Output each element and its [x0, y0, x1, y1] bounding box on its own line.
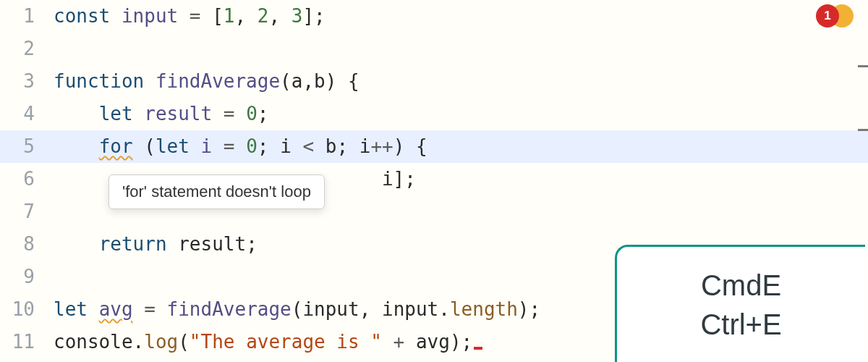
line-number: 1	[0, 0, 46, 33]
line-number: 10	[0, 293, 46, 326]
line-number: 9	[0, 261, 46, 293]
minimap-marker[interactable]	[858, 65, 868, 67]
line-number: 11	[0, 326, 46, 358]
code-content[interactable]: function findAverage(a,b) {	[46, 65, 868, 98]
code-content[interactable]: let result = 0;	[46, 98, 868, 130]
problems-indicator[interactable]: 1	[816, 4, 854, 28]
line-number: 5	[0, 130, 46, 163]
line-number: 6	[0, 163, 46, 195]
code-line[interactable]: 1 const input = [1, 2, 3];	[0, 0, 868, 33]
line-number: 2	[0, 33, 46, 65]
error-badge[interactable]: 1	[816, 4, 839, 28]
minimap-marker[interactable]	[858, 129, 868, 131]
line-number: 7	[0, 195, 46, 228]
code-line[interactable]: 3 function findAverage(a,b) {	[0, 65, 868, 98]
error-caret-icon	[474, 347, 482, 350]
line-number: 8	[0, 228, 46, 261]
shortcut-line: CmdE	[701, 266, 781, 305]
code-line[interactable]: 4 let result = 0;	[0, 98, 868, 130]
line-number: 4	[0, 98, 46, 130]
shortcut-hint-panel: CmdE Ctrl+E	[615, 245, 865, 362]
code-line-active[interactable]: 5 for (let i = 0; i < b; i++) {	[0, 130, 868, 163]
line-number: 3	[0, 65, 46, 98]
code-content[interactable]: const input = [1, 2, 3];	[46, 0, 868, 33]
warning-span: avg	[99, 298, 133, 320]
shortcut-line: Ctrl+E	[700, 305, 781, 344]
code-content[interactable]: for (let i = 0; i < b; i++) {	[46, 130, 868, 163]
inspection-tooltip: 'for' statement doesn't loop	[109, 174, 325, 209]
code-line[interactable]: 2	[0, 33, 868, 65]
warning-span: for	[99, 135, 133, 157]
code-editor[interactable]: 1 const input = [1, 2, 3]; 2 3 function …	[0, 0, 868, 362]
